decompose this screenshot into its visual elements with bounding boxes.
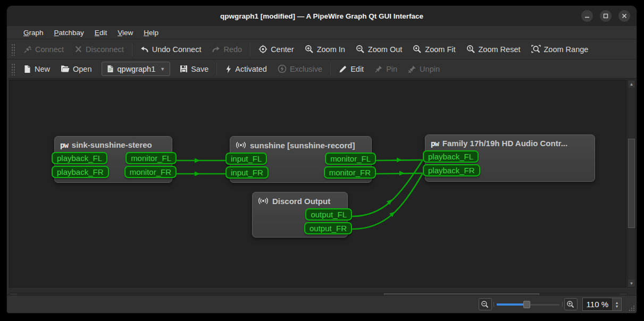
statusbar-zoom-in-button[interactable]	[564, 298, 578, 310]
statusbar-zoom-out-button[interactable]	[479, 298, 492, 310]
vertical-scrollbar[interactable]: ▲ ▼	[628, 80, 635, 288]
toolbar-drag-handle[interactable]	[11, 43, 15, 56]
edit-button[interactable]: Edit	[333, 61, 369, 77]
graph-canvas[interactable]: pw sink-sunshine-stereo playback_FL play…	[9, 80, 626, 288]
zoom-fit-button[interactable]: Zoom Fit	[407, 41, 461, 57]
edit-label: Edit	[350, 65, 364, 73]
port-in[interactable]: playback_FL	[52, 152, 107, 164]
stream-icon	[258, 196, 269, 206]
toolbar-separator	[216, 63, 217, 75]
vertical-scroll-thumb[interactable]	[628, 139, 635, 228]
close-icon	[622, 13, 627, 19]
exclusive-label: Exclusive	[290, 65, 322, 73]
minimize-button[interactable]	[581, 10, 593, 22]
port-out[interactable]: output_FL	[305, 208, 352, 221]
zoom-fit-icon	[413, 45, 422, 54]
menu-edit[interactable]: Edit	[90, 28, 112, 38]
patchbay-select[interactable]: qpwgraph1 ▼	[102, 62, 171, 76]
undo-connect-label: Undo Connect	[152, 45, 202, 54]
node-title-text: Family 17h/19h HD Audio Contr...	[442, 139, 567, 148]
menu-patchbay[interactable]: Patchbay	[49, 28, 89, 38]
node-title: pw Family 17h/19h HD Audio Contr...	[425, 135, 595, 150]
menubar: Graph Patchbay Edit View Help	[7, 26, 637, 39]
center-label: Center	[271, 45, 294, 54]
wire-arrowhead	[195, 158, 200, 163]
save-label: Save	[191, 65, 208, 73]
minimize-icon	[584, 13, 590, 19]
toolbar-drag-handle[interactable]	[11, 63, 15, 75]
activated-icon	[225, 65, 232, 73]
toolbar-separator	[330, 63, 331, 75]
save-button[interactable]: Save	[174, 61, 214, 77]
port-out[interactable]: monitor_FR	[324, 166, 376, 179]
zoom-percent-spinbox[interactable]: 110 % ▲ ▼	[582, 298, 622, 311]
spinbox-arrows[interactable]: ▲ ▼	[612, 298, 621, 310]
slider-handle[interactable]	[523, 301, 530, 308]
app-window: qpwgraph1 [modified] — A PipeWire Graph …	[6, 5, 637, 314]
toolbar-separator	[250, 43, 250, 56]
magnifier-plus-icon	[566, 300, 575, 309]
zoom-range-button[interactable]: Zoom Range	[526, 41, 594, 57]
exclusive-button[interactable]: Exclusive	[272, 61, 328, 77]
wire-arrowhead	[195, 172, 200, 176]
zoom-in-button[interactable]: Zoom In	[299, 41, 350, 57]
redo-button[interactable]: Redo	[206, 41, 247, 57]
patchbay-select-value: qpwgraph1	[118, 65, 156, 73]
scroll-down-button[interactable]: ▼	[628, 280, 635, 287]
port-in[interactable]: input_FR	[225, 166, 269, 179]
open-button[interactable]: Open	[55, 61, 97, 77]
undo-connect-button[interactable]: Undo Connect	[135, 41, 207, 57]
center-button[interactable]: Center	[253, 41, 299, 57]
port-out[interactable]: monitor_FR	[124, 166, 177, 178]
open-folder-icon	[61, 65, 70, 73]
new-button[interactable]: New	[18, 61, 55, 77]
port-in[interactable]: playback_FL	[423, 150, 479, 163]
menu-graph[interactable]: Graph	[19, 28, 48, 38]
port-in[interactable]: input_FL	[225, 153, 267, 165]
node-sink-sunshine-stereo[interactable]: pw sink-sunshine-stereo playback_FL play…	[54, 136, 172, 183]
node-title: sunshine [sunshine-record]	[230, 137, 371, 153]
spin-down-icon[interactable]: ▼	[615, 305, 619, 308]
resize-grip[interactable]	[628, 305, 635, 311]
maximize-button[interactable]	[600, 10, 612, 22]
activated-button[interactable]: Activated	[220, 61, 272, 77]
node-discord-output[interactable]: Discord Output output_FL output_FR	[252, 192, 348, 238]
zoom-out-button[interactable]: Zoom Out	[350, 41, 407, 57]
save-icon	[180, 65, 188, 73]
port-out[interactable]: monitor_FL	[325, 153, 376, 165]
pipewire-icon: pw	[431, 139, 439, 148]
close-button[interactable]	[618, 10, 630, 22]
node-family-hd-audio[interactable]: pw Family 17h/19h HD Audio Contr... play…	[425, 134, 595, 182]
pin-label: Pin	[386, 65, 397, 73]
menu-help[interactable]: Help	[139, 28, 163, 38]
scroll-up-button[interactable]: ▲	[628, 80, 635, 88]
connection-wires	[10, 80, 626, 288]
zoom-reset-button[interactable]: Zoom Reset	[461, 41, 526, 57]
zoom-slider[interactable]	[497, 300, 559, 309]
exclusive-icon	[278, 64, 287, 73]
port-out[interactable]: output_FR	[304, 222, 352, 234]
zoom-percent-value: 110 %	[583, 298, 612, 310]
zoom-fit-label: Zoom Fit	[425, 45, 455, 54]
unpin-label: Unpin	[420, 65, 440, 73]
port-in[interactable]: playback_FR	[52, 166, 109, 178]
node-sunshine[interactable]: sunshine [sunshine-record] input_FL inpu…	[230, 136, 372, 183]
disconnect-button[interactable]: Disconnect	[69, 41, 129, 57]
magnifier-minus-icon	[481, 300, 489, 309]
statusbar: 110 % ▲ ▼	[7, 295, 637, 313]
pin-button[interactable]: Pin	[369, 61, 403, 77]
node-title: pw sink-sunshine-stereo	[55, 137, 172, 152]
spin-up-icon[interactable]: ▲	[615, 301, 619, 305]
port-in[interactable]: playback_FR	[423, 164, 480, 176]
port-out[interactable]: monitor_FL	[126, 152, 177, 164]
unpin-button[interactable]: Unpin	[403, 61, 445, 77]
window-controls	[581, 10, 630, 22]
zoom-out-icon	[356, 45, 365, 54]
chevron-down-icon: ▼	[160, 66, 165, 72]
node-title-text: Discord Output	[272, 197, 330, 206]
menu-view[interactable]: View	[113, 28, 138, 38]
zoom-in-label: Zoom In	[317, 45, 345, 54]
graph-toolbar: Connect Disconnect Undo Connect Redo Cen…	[7, 39, 637, 59]
connect-button[interactable]: Connect	[18, 41, 69, 57]
titlebar: qpwgraph1 [modified] — A PipeWire Graph …	[7, 6, 637, 26]
